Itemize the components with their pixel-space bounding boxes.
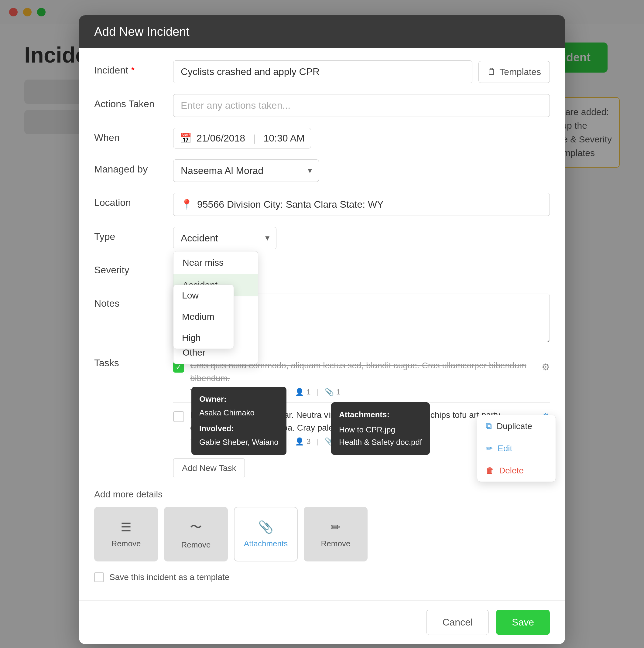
pencil-icon: ✏: [331, 520, 341, 534]
save-template-label: Save this incident as a template: [109, 573, 229, 582]
calendar-icon: 📅: [180, 132, 192, 144]
task-people-0: 👤 1: [295, 388, 310, 396]
context-menu: ⧉ Duplicate ✏ Edit 🗑 Delete: [477, 415, 556, 482]
templates-icon: 🗒: [487, 67, 496, 77]
location-field[interactable]: 📍 95566 Division City: Santa Clara State…: [173, 193, 550, 216]
task-people-1[interactable]: 👤 3: [295, 437, 310, 446]
tooltip-involved-value: Gabie Sheber, Waiano: [199, 436, 279, 449]
date-field[interactable]: 📅 21/06/2018 | 10:30 AM: [173, 128, 311, 149]
location-value: 95566 Division City: Santa Clara State: …: [197, 199, 384, 210]
save-button[interactable]: Save: [496, 610, 550, 635]
type-item-near-miss[interactable]: Near miss: [174, 252, 258, 274]
tooltip-attachment-file-1: Health & Safety doc.pdf: [339, 436, 422, 449]
task-people-icon-1: 👤: [295, 437, 304, 446]
when-row: When 📅 21/06/2018 | 10:30 AM: [94, 128, 550, 149]
tooltip-involved-label: Involved:: [199, 422, 279, 435]
location-label: Location: [94, 193, 173, 208]
tooltip-attachment-file-0: How to CPR.jpg: [339, 424, 422, 436]
add-task-button[interactable]: Add New Task: [173, 458, 245, 478]
delete-icon: 🗑: [486, 466, 494, 476]
tasks-label: Tasks: [94, 353, 173, 369]
actions-taken-row: Actions Taken: [94, 94, 550, 117]
time-value: 10:30 AM: [263, 133, 304, 144]
pulse-icon: 〜: [190, 519, 202, 535]
severity-item-medium[interactable]: Medium: [174, 306, 234, 327]
detail-cards: ☰ Remove 〜 Remove 📎 Attachments ✏ Remove: [94, 507, 550, 561]
required-indicator: *: [131, 65, 135, 75]
detail-card-1[interactable]: 〜 Remove: [164, 507, 228, 561]
date-separator: |: [253, 133, 255, 144]
add-more-title: Add more details: [94, 489, 550, 499]
date-value: 21/06/2018: [197, 133, 245, 144]
modal-dialog: Add New Incident Incident * 🗒 Templates: [79, 15, 565, 644]
modal-header: Add New Incident: [79, 15, 565, 48]
tooltip-owner-value: Asaka Chimako: [199, 407, 279, 419]
type-label: Type: [94, 227, 173, 242]
severity-dropdown: Low Medium High: [173, 284, 234, 349]
task-gear-0[interactable]: ⚙: [542, 362, 550, 372]
task-checkbox-1[interactable]: [173, 411, 184, 422]
severity-row: Severity High ▼ Low Medium High: [94, 260, 550, 283]
edit-icon: ✏: [486, 443, 493, 453]
notes-row: Notes: [94, 293, 550, 342]
context-delete[interactable]: 🗑 Delete: [477, 460, 556, 482]
save-template-row: Save this incident as a template: [94, 573, 550, 582]
severity-item-low[interactable]: Low: [174, 285, 234, 306]
detail-card-0[interactable]: ☰ Remove: [94, 507, 158, 561]
actions-taken-input[interactable]: [173, 94, 550, 117]
tooltip-owner: Owner: Asaka Chimako Involved: Gabie She…: [191, 387, 287, 455]
context-duplicate[interactable]: ⧉ Duplicate: [477, 415, 556, 437]
notes-label: Notes: [94, 293, 173, 309]
tooltip-attachments: Attachments: How to CPR.jpg Health & Saf…: [331, 402, 430, 455]
detail-card-label-1: Remove: [181, 540, 211, 550]
modal-footer: Cancel Save: [79, 600, 565, 644]
managed-by-row: Managed by Naseema Al Morad Other Person…: [94, 159, 550, 182]
location-pin-icon: 📍: [181, 199, 193, 210]
list-icon: ☰: [120, 520, 132, 534]
templates-button[interactable]: 🗒 Templates: [479, 61, 550, 83]
severity-label: Severity: [94, 260, 173, 276]
incident-input[interactable]: [173, 60, 473, 83]
severity-item-high[interactable]: High: [174, 327, 234, 348]
paperclip-icon: 📎: [258, 520, 274, 534]
managed-by-select[interactable]: Naseema Al Morad Other Person: [173, 159, 319, 182]
modal-title: Add New Incident: [94, 25, 190, 38]
when-label: When: [94, 128, 173, 143]
detail-card-2[interactable]: 📎 Attachments: [234, 507, 298, 561]
managed-by-label: Managed by: [94, 159, 173, 175]
managed-by-wrapper: Naseema Al Morad Other Person ▼: [173, 159, 319, 182]
type-select[interactable]: Accident: [173, 227, 277, 249]
tasks-container: ✓ Cras quis nulla commodo, aliquam lectu…: [173, 353, 550, 478]
modal-body: Incident * 🗒 Templates Actions Taken: [79, 48, 565, 594]
tooltip-attachments-label: Attachments:: [339, 409, 422, 421]
tasks-row: Tasks ✓ Cras quis nulla commodo, aliquam…: [94, 353, 550, 478]
actions-taken-label: Actions Taken: [94, 94, 173, 110]
modal-overlay[interactable]: Add New Incident Incident * 🗒 Templates: [0, 0, 644, 648]
incident-label: Incident *: [94, 60, 173, 76]
incident-input-row: 🗒 Templates: [173, 60, 550, 83]
detail-card-3[interactable]: ✏ Remove: [304, 507, 367, 561]
location-row: Location 📍 95566 Division City: Santa Cl…: [94, 193, 550, 216]
task-item-1: Fixie tote bag ethnic keytar. Neutra vin…: [173, 402, 550, 452]
detail-card-label-3: Remove: [321, 539, 351, 548]
task-people-icon-0: 👤: [295, 388, 304, 396]
detail-card-label-2: Attachments: [244, 539, 288, 548]
save-template-checkbox[interactable]: [94, 573, 104, 582]
context-edit[interactable]: ✏ Edit: [477, 437, 556, 460]
cancel-button[interactable]: Cancel: [426, 610, 489, 635]
detail-card-label-0: Remove: [111, 539, 141, 548]
task-attachment-icon-0: 📎: [325, 388, 334, 396]
add-more-section: Add more details ☰ Remove 〜 Remove 📎 Att…: [94, 489, 550, 561]
tooltip-owner-label: Owner:: [199, 393, 279, 406]
type-select-wrapper: Accident ▼ Near miss Accident Illness Da…: [173, 227, 277, 249]
type-row: Type Accident ▼ Near miss Accident Illne…: [94, 227, 550, 249]
incident-row: Incident * 🗒 Templates: [94, 60, 550, 83]
duplicate-icon: ⧉: [486, 421, 492, 431]
type-input-row: Accident ▼ Near miss Accident Illness Da…: [173, 227, 550, 249]
task-attachments-0: 📎 1: [325, 388, 340, 396]
